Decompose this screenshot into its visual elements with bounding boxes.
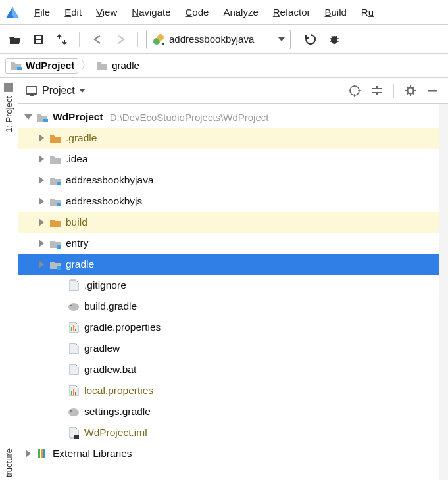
tree-file[interactable]: .gitignore bbox=[18, 275, 439, 296]
tree-file[interactable]: settings.gradle bbox=[18, 401, 439, 422]
expand-arrow-icon[interactable] bbox=[37, 239, 46, 248]
expand-arrow-icon[interactable] bbox=[24, 449, 33, 458]
vertical-scrollbar[interactable] bbox=[439, 104, 448, 480]
file-icon bbox=[67, 426, 80, 439]
folder-icon bbox=[49, 237, 62, 250]
menu-edit[interactable]: Edit bbox=[58, 4, 88, 20]
tree-root-label: WdProject bbox=[51, 111, 103, 123]
folder-icon bbox=[49, 258, 62, 271]
menu-run[interactable]: Ru bbox=[355, 4, 380, 20]
reload-button[interactable] bbox=[301, 30, 320, 49]
panel-separator bbox=[393, 84, 394, 98]
left-tool-gutter: 1: Project tructure bbox=[0, 78, 18, 480]
file-icon bbox=[67, 405, 80, 418]
menu-analyze[interactable]: Analyze bbox=[216, 4, 264, 20]
tree-item-label: External Libraries bbox=[51, 448, 132, 460]
tree-item-label: .gradle bbox=[64, 132, 97, 144]
tree-item-label: gradlew bbox=[83, 343, 120, 354]
menu-build[interactable]: Build bbox=[318, 4, 353, 20]
file-icon bbox=[67, 321, 80, 334]
expand-arrow-icon[interactable] bbox=[37, 155, 46, 164]
menu-navigate[interactable]: Navigate bbox=[125, 4, 177, 20]
tree-item-label: settings.gradle bbox=[83, 406, 151, 418]
tree-file[interactable]: gradlew.bat bbox=[18, 359, 439, 380]
tree-folder[interactable]: addressbookbyjs bbox=[18, 191, 439, 212]
run-config-icon bbox=[152, 33, 165, 46]
tree-folder[interactable]: .idea bbox=[18, 149, 439, 170]
expand-arrow-icon[interactable] bbox=[37, 176, 46, 185]
tree-folder[interactable]: entry bbox=[18, 233, 439, 254]
tree-file[interactable]: WdProject.iml bbox=[18, 422, 439, 443]
folder-icon bbox=[36, 110, 49, 124]
tree-file[interactable]: build.gradle bbox=[18, 296, 439, 317]
tree-root-path: D:\DevEcoStudioProjects\WdProject bbox=[110, 112, 269, 123]
breadcrumb-child[interactable]: gradle bbox=[93, 59, 141, 73]
tree-file[interactable]: gradlew bbox=[18, 338, 439, 359]
gutter-tab-structure[interactable]: tructure bbox=[4, 448, 14, 477]
breadcrumb-child-label: gradle bbox=[112, 60, 139, 71]
tree-external-libraries[interactable]: External Libraries bbox=[18, 443, 439, 464]
tree-item-label: addressbookbyjava bbox=[64, 174, 154, 186]
toolbar-separator bbox=[137, 32, 138, 47]
tree-folder[interactable]: build bbox=[18, 212, 439, 233]
tree-item-label: gradle bbox=[64, 258, 94, 270]
nav-back-button[interactable] bbox=[87, 30, 106, 49]
expand-arrow-icon[interactable] bbox=[37, 218, 46, 227]
hide-panel-button[interactable] bbox=[424, 82, 441, 99]
expand-arrow-icon[interactable] bbox=[24, 112, 33, 122]
tree-file[interactable]: gradle.properties bbox=[18, 317, 439, 338]
folder-icon bbox=[49, 174, 62, 187]
collapse-all-button[interactable] bbox=[368, 82, 386, 99]
app-logo-icon bbox=[4, 4, 21, 21]
debug-button[interactable] bbox=[325, 30, 343, 49]
tree-item-label: gradle.properties bbox=[83, 322, 161, 333]
chevron-down-icon bbox=[79, 89, 86, 93]
toolbar-separator bbox=[79, 32, 80, 47]
breadcrumb-root[interactable]: WdProject bbox=[5, 58, 78, 74]
locate-button[interactable] bbox=[346, 82, 363, 99]
panel-title[interactable]: Project bbox=[25, 84, 86, 97]
tree-item-label: WdProject.iml bbox=[83, 427, 147, 439]
settings-button[interactable] bbox=[402, 82, 419, 99]
panel-header: Project bbox=[18, 78, 448, 104]
tree-folder[interactable]: gradle bbox=[18, 254, 439, 275]
screen-icon bbox=[25, 84, 38, 97]
library-icon bbox=[36, 447, 49, 460]
breadcrumb: WdProject 〉 gradle bbox=[0, 54, 448, 78]
menu-code[interactable]: Code bbox=[179, 4, 216, 20]
tree-item-label: .idea bbox=[64, 153, 88, 165]
folder-icon bbox=[95, 59, 109, 72]
breadcrumb-separator: 〉 bbox=[81, 59, 91, 72]
run-config-label: addressbookbyjava bbox=[169, 34, 274, 45]
tree-folder[interactable]: .gradle bbox=[18, 128, 439, 149]
menu-bar: File Edit View Navigate Code Analyze Ref… bbox=[0, 0, 448, 25]
folder-icon bbox=[49, 216, 62, 229]
menu-refactor[interactable]: Refactor bbox=[266, 4, 317, 20]
expand-arrow-icon[interactable] bbox=[37, 260, 46, 269]
tree-item-label: local.properties bbox=[83, 385, 153, 396]
project-tree[interactable]: WdProject D:\DevEcoStudioProjects\WdProj… bbox=[18, 104, 439, 480]
expand-arrow-icon[interactable] bbox=[37, 197, 46, 206]
tree-item-label: build bbox=[64, 216, 87, 228]
run-config-dropdown[interactable]: addressbookbyjava bbox=[146, 30, 291, 49]
folder-icon bbox=[49, 195, 62, 208]
folder-icon bbox=[9, 59, 22, 72]
menu-view[interactable]: View bbox=[89, 4, 124, 20]
expand-arrow-icon[interactable] bbox=[37, 133, 46, 143]
sync-button[interactable] bbox=[53, 30, 71, 49]
save-button[interactable] bbox=[29, 30, 47, 49]
tree-folder[interactable]: addressbookbyjava bbox=[18, 170, 439, 191]
toolbar: addressbookbyjava bbox=[0, 25, 448, 54]
gutter-tab-project[interactable]: 1: Project bbox=[4, 83, 14, 132]
nav-forward-button[interactable] bbox=[111, 30, 130, 49]
tree-root[interactable]: WdProject D:\DevEcoStudioProjects\WdProj… bbox=[18, 107, 439, 128]
menu-file[interactable]: File bbox=[28, 4, 57, 20]
project-tab-icon bbox=[5, 83, 14, 92]
tree-item-label: entry bbox=[64, 237, 88, 249]
open-button[interactable] bbox=[5, 30, 24, 49]
tree-item-label: .gitignore bbox=[83, 279, 126, 291]
file-icon bbox=[67, 384, 80, 397]
tree-file[interactable]: local.properties bbox=[18, 380, 439, 401]
tree-item-label: build.gradle bbox=[83, 300, 137, 312]
chevron-down-icon bbox=[278, 37, 285, 41]
